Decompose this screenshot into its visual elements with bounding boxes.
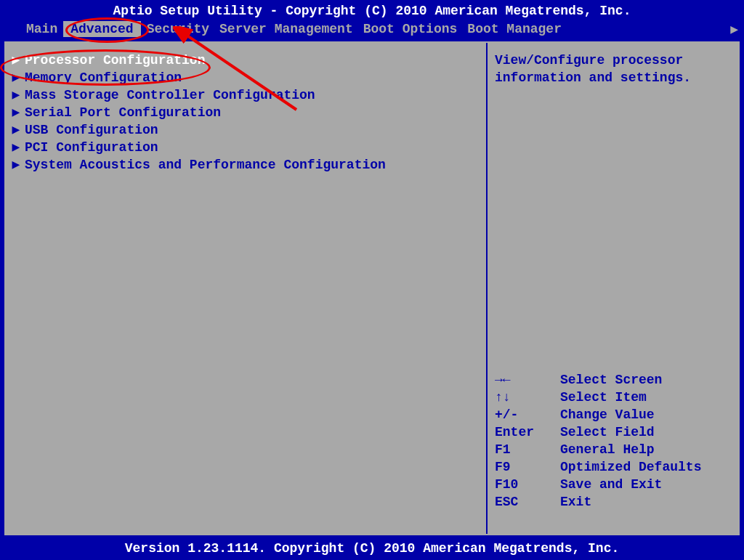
key-action: General Help	[560, 441, 655, 458]
key-action: Select Field	[560, 423, 655, 441]
help-text: View/Configure processor information and…	[495, 52, 731, 86]
key-label: F1	[495, 441, 560, 458]
key-action: Select Screen	[560, 371, 662, 389]
submenu-arrow-icon: ▶	[12, 69, 20, 86]
menu-item-usb-configuration[interactable]: ▶ USB Configuration	[12, 121, 480, 139]
key-help: →← Select Screen ↑↓ Select Item +/- Chan…	[495, 371, 731, 525]
menu-item-label: USB Configuration	[25, 121, 158, 139]
key-row: ESC Exit	[495, 493, 731, 511]
submenu-arrow-icon: ▶	[12, 156, 20, 174]
submenu-arrow-icon: ▶	[12, 104, 20, 121]
menu-panel: ▶ Processor Configuration ▶ Memory Confi…	[6, 43, 488, 534]
key-row: F1 General Help	[495, 441, 731, 458]
submenu-arrow-icon: ▶	[12, 86, 20, 104]
menu-item-system-acoustics-performance-configuration[interactable]: ▶ System Acoustics and Performance Confi…	[12, 156, 480, 174]
key-row: ↑↓ Select Item	[495, 389, 731, 406]
menu-item-label: System Acoustics and Performance Configu…	[25, 156, 386, 174]
tab-server-management[interactable]: Server Management	[215, 21, 357, 37]
help-text-line: information and settings.	[495, 69, 731, 86]
key-row: Enter Select Field	[495, 423, 731, 441]
key-label: F10	[495, 476, 560, 493]
submenu-arrow-icon: ▶	[12, 121, 20, 139]
menu-item-serial-port-configuration[interactable]: ▶ Serial Port Configuration	[12, 104, 480, 121]
key-action: Exit	[560, 493, 591, 511]
menu-item-label: PCI Configuration	[25, 139, 158, 156]
menu-item-label: Serial Port Configuration	[25, 104, 221, 121]
key-row: F10 Save and Exit	[495, 476, 731, 493]
key-label: +/-	[495, 406, 560, 423]
footer-text: Version 1.23.1114. Copyright (C) 2010 Am…	[0, 540, 744, 557]
menu-item-label: Mass Storage Controller Configuration	[25, 86, 315, 104]
menu-item-processor-configuration[interactable]: ▶ Processor Configuration	[12, 52, 480, 69]
key-action: Select Item	[560, 389, 647, 406]
menu-item-label: Memory Configuration	[25, 69, 182, 86]
help-panel: View/Configure processor information and…	[488, 43, 738, 534]
header-title: Aptio Setup Utility - Copyright (C) 2010…	[0, 0, 744, 20]
help-text-line: View/Configure processor	[495, 52, 731, 69]
key-action: Optimized Defaults	[560, 458, 701, 476]
menu-item-pci-configuration[interactable]: ▶ PCI Configuration	[12, 139, 480, 156]
submenu-arrow-icon: ▶	[12, 52, 20, 69]
key-row: →← Select Screen	[495, 371, 731, 389]
content-area: ▶ Processor Configuration ▶ Memory Confi…	[4, 41, 740, 535]
tab-boot-manager[interactable]: Boot Manager	[463, 21, 566, 37]
key-label: Enter	[495, 423, 560, 441]
menu-item-label: Processor Configuration	[25, 52, 205, 69]
key-action: Change Value	[560, 406, 655, 423]
key-row: +/- Change Value	[495, 406, 731, 423]
key-label: F9	[495, 458, 560, 476]
key-row: F9 Optimized Defaults	[495, 458, 731, 476]
tab-scroll-right-icon[interactable]: ▶	[730, 21, 738, 37]
key-label: →←	[495, 371, 560, 389]
tab-main[interactable]: Main	[22, 21, 62, 37]
key-action: Save and Exit	[560, 476, 662, 493]
tab-bar: Main Advanced Security Server Management…	[0, 20, 744, 41]
menu-item-memory-configuration[interactable]: ▶ Memory Configuration	[12, 69, 480, 86]
submenu-arrow-icon: ▶	[12, 139, 20, 156]
tab-boot-options[interactable]: Boot Options	[359, 21, 462, 37]
key-label: ESC	[495, 493, 560, 511]
menu-item-mass-storage-controller-configuration[interactable]: ▶ Mass Storage Controller Configuration	[12, 86, 480, 104]
key-label: ↑↓	[495, 389, 560, 406]
tab-security[interactable]: Security	[142, 21, 214, 37]
tab-advanced[interactable]: Advanced	[63, 21, 140, 37]
